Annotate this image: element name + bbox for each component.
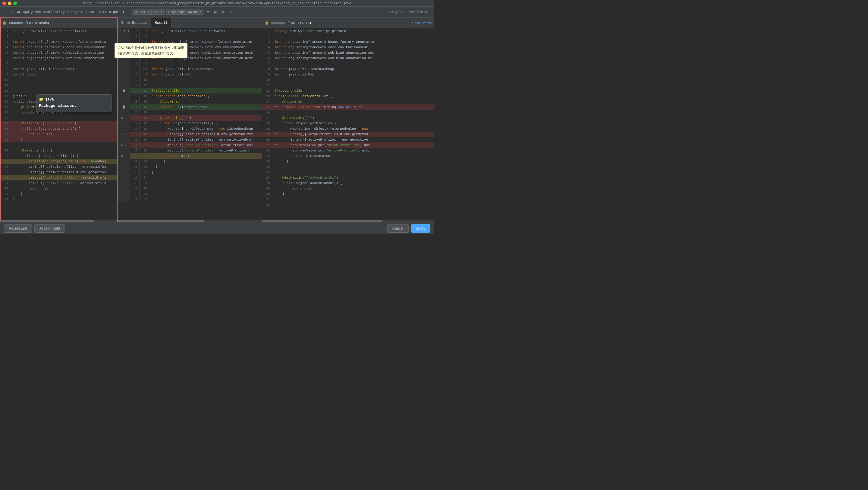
table-row: 22 22 map.put("activeProfiles", activePr… (118, 148, 262, 153)
table-row: 28 public Object addOnBranch1() { (262, 180, 434, 186)
window-controls[interactable] (2, 1, 17, 5)
accept-icon[interactable]: » (125, 116, 127, 120)
tab-show-details[interactable]: Show Details (118, 18, 151, 28)
table-row: 19 «✕ String[] defaultProfiles = env.get… (262, 132, 434, 137)
right-code-area[interactable]: 1 package com.wyf.test.test_pr_private; … (262, 28, 434, 220)
table-row: 25 (262, 164, 434, 170)
left-panel: 🔒 Changes from branch2 1 package com.wyf… (0, 18, 118, 222)
conflict-accept-icon[interactable]: » (125, 133, 127, 136)
table-row: 3131 (118, 197, 262, 202)
help-btn[interactable]: ? (228, 10, 233, 15)
conflict-arrows-icon[interactable]: «✕ (274, 105, 277, 108)
line-content: package com.wyf.test.test_pr_private; (10, 28, 118, 34)
table-row: 23 @GetMapping("/") (1, 148, 118, 153)
table-row: 30 } (262, 191, 434, 197)
table-row: 29 ret.put("activeProfiles", activeProfi… (1, 180, 118, 186)
prev-change-btn[interactable]: ↑ (2, 10, 8, 15)
table-row: 20 String[] activeProfiles = env.getActi… (262, 137, 434, 142)
magic-wand-btn[interactable]: ✦ (120, 9, 127, 15)
left-scrollbar[interactable] (0, 220, 117, 222)
table-row: 4 import org.springframework.core.env.En… (262, 45, 434, 50)
right-panel-header: 🔒 Changes from branch1 Show Details (262, 18, 434, 28)
table-row: 23 return returnedValue; (262, 153, 434, 159)
table-row: 12 (1, 88, 118, 93)
table-row: ✕ » 21 21 map.put("defaultProfiles", def… (118, 142, 262, 148)
collapse-btn[interactable]: ▥ (212, 9, 219, 15)
apply-left-btn[interactable]: » Left (84, 10, 96, 15)
table-row: 18 Map<String, Object> returnedValue = n… (262, 126, 434, 132)
left-panel-header: 🔒 Changes from branch2 (0, 18, 117, 28)
table-row: 27 @GetMapping("/addOnBranch1") (262, 175, 434, 180)
table-row: 3 import org.springframework.beans.facto… (1, 39, 118, 45)
cancel-button[interactable]: Cancel (387, 224, 409, 233)
table-row: 17 17 public Object getProfiles() { (118, 121, 262, 126)
conflict-reject3-icon[interactable]: ✕ (121, 154, 123, 158)
left-scroll-thumb[interactable] (0, 220, 94, 222)
table-row: 22 (1, 142, 118, 148)
reject-icon[interactable]: ✕ (121, 116, 123, 120)
right-scrollbar[interactable] (262, 220, 434, 222)
table-row: 5 import org.springframework.web.bind.an… (1, 50, 118, 56)
table-row: 26 String[] defaultProfiles = env.getDef… (1, 164, 118, 170)
table-row: 9 import java.util.Map; (262, 72, 434, 77)
table-row: 2727 (118, 175, 262, 180)
table-row: 12 @RestController (262, 88, 434, 93)
table-row: 2 (1, 34, 118, 39)
popup-header-text: Package classes: (39, 104, 109, 108)
table-row: 30 return ret; (1, 186, 118, 191)
table-row: 20 20 String[] activeProfiles = env.getA… (118, 137, 262, 142)
apply-button[interactable]: Apply (411, 224, 430, 233)
maximize-button[interactable] (13, 1, 17, 5)
gear-btn[interactable]: ⚙ (220, 9, 227, 15)
settings-toggle-btn[interactable]: ⇌ (205, 9, 211, 15)
conflict-accept2-icon[interactable]: » (125, 144, 127, 147)
table-row: 32 } (1, 197, 118, 202)
table-row: 6 import org.springframework.web.bind.an… (262, 56, 434, 61)
center-panel-tabs: Show Details Result (118, 18, 262, 28)
annotation-tooltip: 左边的这个分支就是被合并到的分支，即如果 a合并到b分支，那左边就会显示b分支 (115, 43, 187, 58)
table-row: 9 9 import java.util.Map; (118, 72, 262, 77)
table-row: 17 (1, 115, 118, 121)
left-code-area[interactable]: 1 package com.wyf.test.test_pr_private; … (0, 28, 117, 220)
table-row: 9 import java. (1, 72, 118, 77)
close-button[interactable] (2, 1, 6, 5)
right-scroll-thumb[interactable] (262, 220, 382, 222)
right-branch-name: branch1 (298, 21, 311, 25)
table-row: 16 (262, 110, 434, 115)
all-icon: ※ (99, 10, 101, 14)
table-row: 24 public Object getProfiles() { (1, 153, 118, 159)
conflict-reject-icon[interactable]: ✕ (121, 133, 123, 136)
ignore-dropdown[interactable]: Do not ignore ▾ (132, 9, 165, 15)
table-row: 26 (262, 170, 434, 175)
sep1 (129, 9, 129, 15)
highlight-arrow-icon: ▾ (199, 10, 201, 14)
bottom-bar: Accept Left Accept Right Cancel Apply (0, 222, 434, 234)
folder-icon: 📁 (39, 97, 43, 102)
next-change-btn[interactable]: ↓ (9, 10, 14, 15)
table-row: 31 (262, 197, 434, 202)
popup-more-btn[interactable]: ⋮ (106, 96, 110, 100)
table-row: 10 (262, 77, 434, 83)
tab-result[interactable]: Result (151, 18, 172, 28)
right-show-details-btn[interactable]: Show Details (412, 21, 432, 25)
conflict2-arrows-icon[interactable]: «✕ (274, 132, 277, 135)
conflict3-arrows-icon[interactable]: «✕ (274, 143, 277, 146)
center-scrollbar[interactable] (118, 220, 262, 222)
left-branch-label: Changes from (9, 21, 33, 25)
table-row: 27 String[] activeProfiles = env.getActi… (1, 170, 118, 175)
conflict-reject2-icon[interactable]: ✕ (121, 144, 123, 147)
table-row: 2929 (118, 186, 262, 191)
conflict-accept3-icon[interactable]: » (125, 154, 127, 158)
highlight-dropdown[interactable]: Highlight words ▾ (166, 9, 204, 15)
left-code-table: 1 package com.wyf.test.test_pr_private; … (0, 28, 117, 202)
apply-all-btn[interactable]: ※ All (97, 9, 108, 15)
content-area: 🔒 Changes from branch2 1 package com.wyf… (0, 18, 434, 222)
sync-btn[interactable]: ⇄ (16, 9, 22, 15)
accept-left-button[interactable]: Accept Left (4, 224, 32, 233)
table-row: ✕ » 16 16 @GetMapping("/") (118, 115, 262, 121)
minimize-button[interactable] (8, 1, 11, 5)
table-row: 17 @GetMapping("/") (262, 115, 434, 121)
accept-right-button[interactable]: Accept Right (34, 224, 65, 233)
center-scroll-thumb[interactable] (118, 220, 204, 222)
right-branch-label: Changes from (271, 21, 295, 25)
